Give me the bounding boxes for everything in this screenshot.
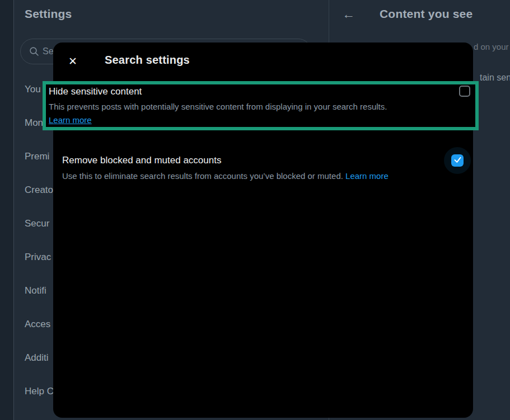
hide-sensitive-description: This prevents posts with potentially sen… [49, 102, 387, 111]
search-icon [29, 46, 39, 59]
highlight-annotation-box: Hide sensitive content This prevents pos… [43, 81, 479, 130]
remove-blocked-description: Use this to eliminate search results fro… [62, 171, 389, 181]
back-button[interactable]: ← [342, 7, 355, 21]
left-rail [0, 0, 14, 420]
checkmark-icon [453, 155, 462, 166]
content-you-see-title: Content you see [380, 7, 472, 21]
modal-title: Search settings [105, 54, 190, 67]
remove-blocked-description-text: Use this to eliminate search results fro… [62, 171, 343, 181]
close-icon[interactable]: ✕ [65, 54, 80, 69]
remove-blocked-learn-more-link[interactable]: Learn more [345, 171, 389, 181]
hide-sensitive-checkbox[interactable] [459, 86, 470, 97]
hide-sensitive-title: Hide sensitive content [49, 86, 142, 97]
screen: Settings Se You Mon Premi Creato Secur P… [0, 0, 510, 420]
remove-blocked-title: Remove blocked and muted accounts [62, 155, 221, 166]
background-text-fragment: tain sen [480, 73, 510, 83]
settings-page-title: Settings [25, 7, 72, 21]
remove-blocked-checkbox[interactable] [451, 154, 464, 167]
search-placeholder: Se [43, 39, 54, 64]
hide-sensitive-learn-more-link[interactable]: Learn more [49, 115, 92, 125]
background-text-fragment: d on your [474, 42, 509, 51]
